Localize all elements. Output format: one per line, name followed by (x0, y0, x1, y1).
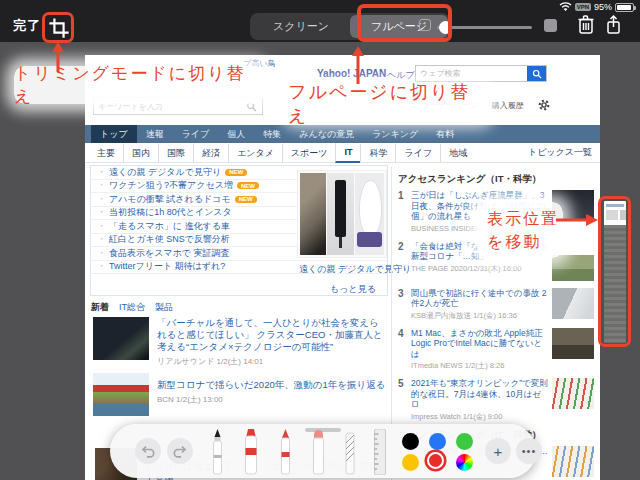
color-red-selected[interactable] (427, 452, 444, 469)
arrow-right-to-scrubber (556, 210, 598, 230)
color-green[interactable] (456, 433, 473, 450)
lasso-tool[interactable] (343, 429, 357, 479)
trash-icon (578, 15, 594, 34)
battery-percent: 95% (594, 2, 612, 12)
ranking-item-source: THE PAGE 2020/12/31(木) 16:00 (411, 264, 548, 274)
markup-tools-palette: + ••• (110, 424, 536, 478)
highlight-box-crop (42, 12, 74, 43)
color-yellow[interactable] (402, 454, 419, 471)
plus-icon: + (494, 443, 503, 460)
photo-robot (355, 173, 384, 255)
ranking-item-title: M1 Mac、まさかの敗北 Apple純正Logic ProでIntel Mac… (411, 328, 548, 360)
cat-science[interactable]: 科学 (360, 144, 395, 162)
eraser-icon (311, 429, 326, 475)
cat-world[interactable]: 国際 (158, 144, 193, 162)
nav-tab-personal[interactable]: 個人 (218, 125, 254, 143)
search-icon (532, 69, 542, 79)
nav-tab-flash[interactable]: 速報 (137, 125, 173, 143)
undo-button[interactable] (135, 438, 161, 464)
color-black[interactable] (402, 433, 419, 450)
topics-index-link[interactable]: トピックス一覧 (528, 146, 592, 159)
cat-domestic[interactable]: 国内 (123, 144, 158, 162)
ranking-thumbnail (552, 328, 594, 359)
ruler-tool[interactable] (372, 429, 388, 479)
delete-button[interactable] (578, 15, 596, 37)
pen-tool[interactable] (210, 429, 225, 479)
status-bar: VPN 95% (559, 1, 634, 13)
share-button[interactable] (606, 15, 624, 37)
vpn-badge: VPN (575, 3, 591, 11)
feed-tabs: 新着 IT総合 製品 (91, 301, 173, 314)
tab-screen[interactable]: スクリーン (252, 15, 350, 38)
highlight-box-scrubber (598, 196, 631, 347)
photo-camera-tower (327, 173, 353, 255)
ranking-item[interactable]: 3 岡山県で初詣に行く途中での事故 2件2人が死亡 KSB瀬戸内海放送 1/1(… (398, 288, 594, 321)
article-source: リアルサウンド 1/2(土) 14:01 (157, 356, 388, 367)
article-thumbnail (93, 373, 149, 416)
nav-tab-live[interactable]: ライブ (173, 125, 219, 143)
ranking-thumbnail (552, 446, 594, 477)
ranking-title: アクセスランキング（IT・科学） (398, 173, 594, 186)
nav-tab-top[interactable]: トップ (91, 125, 137, 143)
article-title: 新型コロナで揺らいだ2020年、激動の1年を振り返る (157, 379, 388, 391)
done-button[interactable]: 完了 (13, 17, 41, 35)
ranking-thumbnail (552, 288, 594, 319)
ranking-item[interactable]: 5 2021年も“東京オリンピック”で変則的な祝日。7月は4連休、10月はゼロ … (398, 378, 594, 422)
highlight-box-fullpage (357, 4, 452, 42)
web-search-button[interactable] (527, 66, 546, 81)
pencil-tool[interactable] (278, 429, 293, 479)
redo-button[interactable] (167, 438, 193, 464)
ranking-item-source: ITmedia NEWS 1/2(土) 8:26 (411, 361, 548, 371)
cat-entertainment[interactable]: エンタメ (228, 144, 282, 162)
share-icon (606, 15, 621, 35)
new-badge: NEW (237, 182, 259, 189)
cat-it[interactable]: IT (335, 143, 360, 163)
eraser-tool[interactable] (311, 429, 326, 479)
article-source: BCN 1/2(土) 13:00 (157, 394, 388, 405)
new-badge: NEW (225, 169, 247, 176)
ellipsis-icon: ••• (522, 445, 537, 457)
color-blue[interactable] (429, 433, 446, 450)
pencil-icon (278, 429, 293, 475)
cat-main[interactable]: 主要 (89, 144, 123, 162)
ranking-item-source: Impress Watch 1/1(金) 9:00 (411, 412, 548, 422)
new-badge: NEW (235, 196, 257, 203)
annotation-position-note: 表示位置 を移動 (477, 202, 563, 258)
more-link[interactable]: もっと見る (330, 283, 376, 296)
article-thumbnail (93, 317, 149, 360)
ranking-item-title: 2021年も“東京オリンピック”で変則的な祝日。7月は4連休、10月はゼロ (411, 378, 548, 410)
topic-photo[interactable] (297, 170, 387, 258)
ranking-thumbnail (552, 255, 594, 281)
feed-tab-it[interactable]: IT総合 (119, 301, 145, 314)
gear-icon[interactable] (538, 99, 550, 111)
ranking-item-source: KSB瀬戸内海放送 1/1(金) 16:36 (411, 311, 548, 321)
battery-icon (615, 3, 634, 12)
arrow-up-to-crop (48, 42, 68, 74)
color-picker-wheel[interactable] (456, 454, 473, 471)
purchase-history-link[interactable]: 購入履歴 (492, 100, 524, 111)
redo-icon (173, 445, 187, 458)
article-title: 「バーチャルを通して、一人ひとりが社会を変えられると感じてほしい」 クラスターC… (157, 317, 388, 353)
cat-sports[interactable]: スポーツ (282, 144, 336, 162)
feed-tab-new[interactable]: 新着 (91, 301, 109, 314)
feed-tab-products[interactable]: 製品 (155, 301, 173, 314)
photo-caption-link[interactable]: 遠くの親 デジタルで見守り (299, 263, 411, 276)
markup-editor-toolbar: VPN 95% 完了 スクリーン フルページ (0, 0, 640, 42)
highlighter-tool[interactable] (243, 429, 259, 479)
ranking-thumbnail (552, 378, 594, 409)
photo-smartwatch (300, 173, 326, 255)
lasso-icon (343, 429, 357, 475)
cat-economy[interactable]: 経済 (193, 144, 228, 162)
cat-region[interactable]: 地域 (440, 144, 475, 162)
opacity-max-icon (544, 19, 557, 32)
add-annotation-button[interactable]: + (485, 438, 511, 464)
article-item[interactable]: 「バーチャルを通して、一人ひとりが社会を変えられると感じてほしい」 クラスターC… (93, 317, 388, 367)
ranking-item[interactable]: 4 M1 Mac、まさかの敗北 Apple純正Logic ProでIntel M… (398, 328, 594, 372)
more-options-button[interactable]: ••• (516, 438, 542, 464)
highlighter-icon (243, 429, 259, 475)
wifi-icon (559, 2, 572, 12)
article-item[interactable]: 新型コロナで揺らいだ2020年、激動の1年を振り返る BCN 1/2(土) 13… (93, 373, 388, 416)
category-bar: 主要 国内 国際 経済 エンタメ スポーツ IT 科学 ライフ 地域 トピックス… (85, 143, 600, 163)
nav-tab-feature[interactable]: 特集 (254, 125, 290, 143)
cat-life[interactable]: ライフ (395, 144, 440, 162)
